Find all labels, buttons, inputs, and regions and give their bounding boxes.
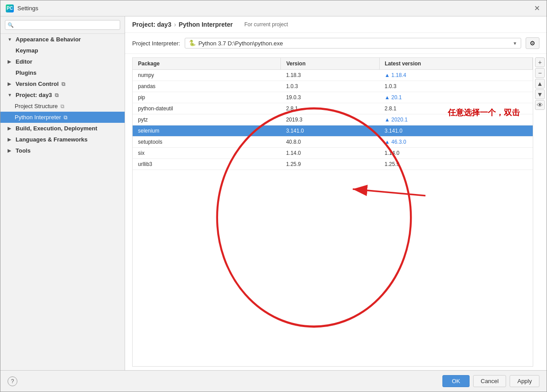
- cell-version: 1.14.0: [281, 148, 379, 159]
- sidebar-item-label: Languages & Frameworks: [16, 136, 88, 143]
- eye-button[interactable]: 👁: [535, 100, 545, 110]
- ok-button[interactable]: OK: [442, 375, 470, 387]
- table-row[interactable]: urllib31.25.91.25.9: [133, 159, 533, 170]
- table-row[interactable]: pip19.0.3▲ 20.1: [133, 92, 533, 103]
- bottom-right: OK Cancel Apply: [442, 375, 539, 387]
- gear-button[interactable]: ⚙: [526, 37, 539, 49]
- sidebar-item-keymap[interactable]: Keymap: [0, 45, 125, 56]
- arrow-icon: ▶: [8, 59, 13, 64]
- cell-version: 1.25.9: [281, 159, 379, 170]
- python-logo-icon: 🐍: [189, 40, 196, 47]
- add-package-button[interactable]: +: [535, 57, 545, 67]
- sidebar-item-label: Project: day3: [16, 92, 52, 98]
- sidebar-search-container: [0, 16, 125, 34]
- sidebar-item-project[interactable]: ▼ Project: day3 ⧉: [0, 89, 125, 101]
- settings-dialog: PC Settings ✕ ▼ Appearance & Behavior Ke…: [0, 0, 547, 392]
- cell-latest: ▲ 1.18.4: [379, 70, 532, 81]
- dialog-body: ▼ Appearance & Behavior Keymap ▶ Editor …: [0, 16, 547, 370]
- sidebar-item-build[interactable]: ▶ Build, Execution, Deployment: [0, 123, 125, 134]
- arrow-spacer: [8, 70, 13, 75]
- cell-latest: ▲ 20.1: [379, 92, 532, 103]
- table-row[interactable]: setuptools40.8.0▲ 46.3.0: [133, 137, 533, 148]
- dropdown-arrow-icon: ▼: [513, 41, 517, 46]
- cell-package: urllib3: [133, 159, 281, 170]
- cell-package: pip: [133, 92, 281, 103]
- cell-latest: 1.14.0: [379, 148, 532, 159]
- main-content: Project: day3 › Python Interpreter For c…: [125, 16, 547, 370]
- interpreter-bar: Project Interpreter: 🐍 Python 3.7 D:\Pyt…: [125, 33, 547, 54]
- cell-version: 2019.3: [281, 114, 379, 125]
- cell-version: 3.141.0: [281, 125, 379, 137]
- cell-version: 19.0.3: [281, 92, 379, 103]
- sidebar-item-label: Appearance & Behavior: [16, 36, 81, 43]
- structure-icon: ⧉: [61, 103, 65, 109]
- table-row[interactable]: pandas1.0.31.0.3: [133, 81, 533, 92]
- window-title: Settings: [17, 5, 38, 12]
- project-icon: ⧉: [55, 92, 59, 98]
- cell-latest: ▲ 2020.1: [379, 114, 532, 125]
- for-current-project-link[interactable]: For current project: [244, 21, 288, 28]
- cell-latest: 1.25.9: [379, 159, 532, 170]
- table-header-row: Package Version Latest version: [133, 58, 533, 70]
- cell-package: python-dateutil: [133, 103, 281, 114]
- col-package: Package: [133, 58, 281, 70]
- bottom-bar: ? OK Cancel Apply: [0, 370, 547, 392]
- bottom-left: ?: [8, 376, 17, 386]
- sidebar-item-appearance[interactable]: ▼ Appearance & Behavior: [0, 34, 125, 45]
- cell-package: setuptools: [133, 137, 281, 148]
- sidebar-item-label: Editor: [16, 58, 32, 65]
- sidebar-item-label: Version Control: [16, 81, 59, 87]
- packages-table[interactable]: Package Version Latest version numpy1.18…: [132, 57, 533, 367]
- table-row[interactable]: selenium3.141.03.141.0: [133, 125, 533, 137]
- sidebar-item-plugins[interactable]: Plugins: [0, 67, 125, 78]
- arrow-spacer: [8, 48, 13, 53]
- arrow-icon: ▶: [8, 126, 13, 131]
- version-control-icon: ⧉: [61, 81, 65, 87]
- scroll-up-button[interactable]: ▲: [535, 79, 545, 89]
- search-input[interactable]: [5, 20, 120, 30]
- sidebar: ▼ Appearance & Behavior Keymap ▶ Editor …: [0, 16, 125, 370]
- table-row[interactable]: numpy1.18.3▲ 1.18.4: [133, 70, 533, 81]
- cell-package: pandas: [133, 81, 281, 92]
- table-row[interactable]: pytz2019.3▲ 2020.1: [133, 114, 533, 125]
- sidebar-item-version-control[interactable]: ▶ Version Control ⧉: [0, 78, 125, 89]
- cell-version: 40.8.0: [281, 137, 379, 148]
- interpreter-select[interactable]: 🐍 Python 3.7 D:\Python\python.exe ▼: [185, 38, 521, 48]
- close-button[interactable]: ✕: [532, 4, 541, 12]
- cell-latest: ▲ 46.3.0: [379, 137, 532, 148]
- scroll-down-button[interactable]: ▼: [535, 89, 545, 99]
- help-button[interactable]: ?: [8, 376, 17, 386]
- table-area: Package Version Latest version numpy1.18…: [125, 54, 547, 370]
- table-row[interactable]: python-dateutil2.8.12.8.1: [133, 103, 533, 114]
- sidebar-item-label: Keymap: [16, 47, 38, 54]
- apply-button[interactable]: Apply: [510, 375, 539, 387]
- breadcrumb-root: Project: day3: [132, 21, 171, 28]
- arrow-icon: ▶: [8, 148, 13, 153]
- cell-latest: 2.8.1: [379, 103, 532, 114]
- sidebar-item-label: Tools: [16, 147, 31, 154]
- sidebar-item-label: Python Interpreter: [15, 114, 61, 121]
- col-version: Version: [281, 58, 379, 70]
- remove-package-button[interactable]: −: [535, 68, 545, 78]
- interpreter-value: Python 3.7 D:\Python\python.exe: [199, 40, 510, 47]
- search-wrapper: [5, 20, 120, 30]
- table-action-buttons: + − ▲ ▼ 👁: [533, 54, 547, 370]
- interpreter-icon: ⧉: [64, 114, 68, 121]
- cancel-button[interactable]: Cancel: [473, 375, 506, 387]
- sidebar-item-languages[interactable]: ▶ Languages & Frameworks: [0, 134, 125, 145]
- cell-version: 2.8.1: [281, 103, 379, 114]
- cell-latest: 1.0.3: [379, 81, 532, 92]
- arrow-icon: ▼: [8, 93, 13, 97]
- sidebar-item-project-structure[interactable]: Project Structure ⧉: [0, 101, 125, 112]
- col-latest: Latest version: [379, 58, 532, 70]
- sidebar-item-python-interpreter[interactable]: Python Interpreter ⧉: [0, 112, 125, 123]
- interpreter-label: Project Interpreter:: [132, 40, 180, 47]
- breadcrumb-separator: ›: [174, 21, 176, 28]
- sidebar-item-editor[interactable]: ▶ Editor: [0, 56, 125, 67]
- cell-package: selenium: [133, 125, 281, 137]
- sidebar-item-tools[interactable]: ▶ Tools: [0, 145, 125, 156]
- sidebar-item-label: Plugins: [16, 69, 36, 76]
- arrow-icon: ▼: [8, 37, 13, 42]
- cell-package: numpy: [133, 70, 281, 81]
- table-row[interactable]: six1.14.01.14.0: [133, 148, 533, 159]
